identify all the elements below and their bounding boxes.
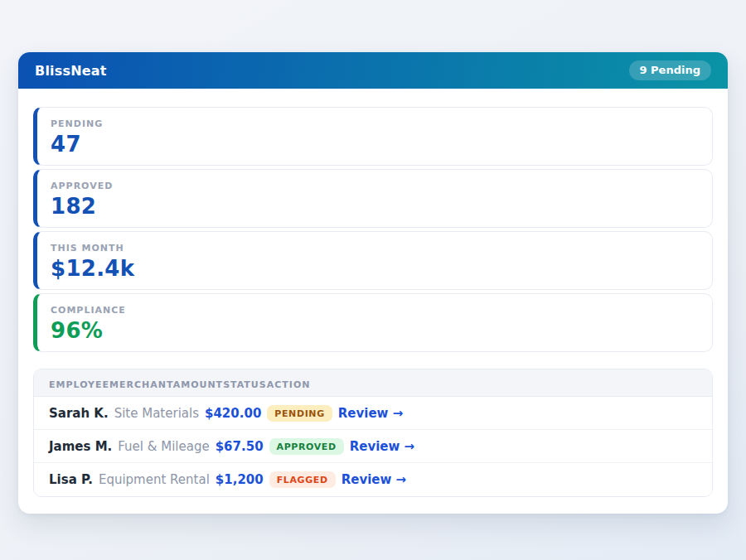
status-badge: APPROVED — [269, 438, 344, 455]
column-header-status: STATUS — [223, 379, 267, 390]
merchant-name: Equipment Rental — [99, 472, 210, 487]
status-badge: PENDING — [267, 405, 332, 422]
review-link[interactable]: Review → — [342, 472, 406, 487]
stat-label: COMPLIANCE — [51, 305, 699, 316]
table-row: Lisa P. Equipment Rental $1,200 FLAGGED … — [34, 463, 712, 496]
table-header-row: EMPLOYEEMERCHANTAMOUNTSTATUSACTION — [34, 369, 712, 397]
stat-tile-this-month: THIS MONTH $12.4k — [33, 231, 713, 290]
employee-name: Lisa P. — [49, 472, 93, 487]
employee-name: James M. — [49, 439, 112, 454]
column-header-action: ACTION — [267, 379, 311, 390]
review-link[interactable]: Review → — [338, 406, 403, 421]
dashboard-card: BlissNeat 9 Pending PENDING 47 APPROVED … — [18, 52, 728, 514]
app-title: BlissNeat — [35, 63, 107, 79]
pending-count-badge: 9 Pending — [629, 60, 712, 80]
review-link[interactable]: Review → — [350, 439, 414, 454]
column-header-merchant: MERCHANT — [109, 379, 173, 390]
stat-value: 47 — [51, 132, 699, 157]
table-row: James M. Fuel & Mileage $67.50 APPROVED … — [34, 430, 712, 463]
amount-value: $67.50 — [216, 439, 264, 454]
amount-value: $420.00 — [205, 406, 261, 421]
column-header-employee: EMPLOYEE — [49, 379, 109, 390]
expenses-table: EMPLOYEEMERCHANTAMOUNTSTATUSACTION Sarah… — [33, 369, 713, 497]
employee-name: Sarah K. — [49, 406, 109, 421]
status-badge: FLAGGED — [269, 471, 336, 488]
merchant-name: Site Materials — [114, 406, 199, 421]
dashboard-body: PENDING 47 APPROVED 182 THIS MONTH $12.4… — [18, 89, 728, 514]
table-row: Sarah K. Site Materials $420.00 PENDING … — [34, 397, 712, 430]
stat-tile-approved: APPROVED 182 — [33, 169, 713, 228]
amount-value: $1,200 — [216, 472, 264, 487]
stat-value: 182 — [51, 194, 699, 219]
merchant-name: Fuel & Mileage — [118, 439, 209, 454]
app-header: BlissNeat 9 Pending — [18, 52, 728, 89]
stat-label: PENDING — [51, 118, 699, 129]
column-header-amount: AMOUNT — [173, 379, 223, 390]
stat-label: THIS MONTH — [51, 243, 699, 253]
stat-tile-pending: PENDING 47 — [33, 107, 713, 166]
stat-tile-compliance: COMPLIANCE 96% — [33, 293, 713, 352]
stat-value: $12.4k — [51, 256, 699, 281]
stat-label: APPROVED — [51, 181, 699, 191]
stat-value: 96% — [51, 318, 699, 343]
